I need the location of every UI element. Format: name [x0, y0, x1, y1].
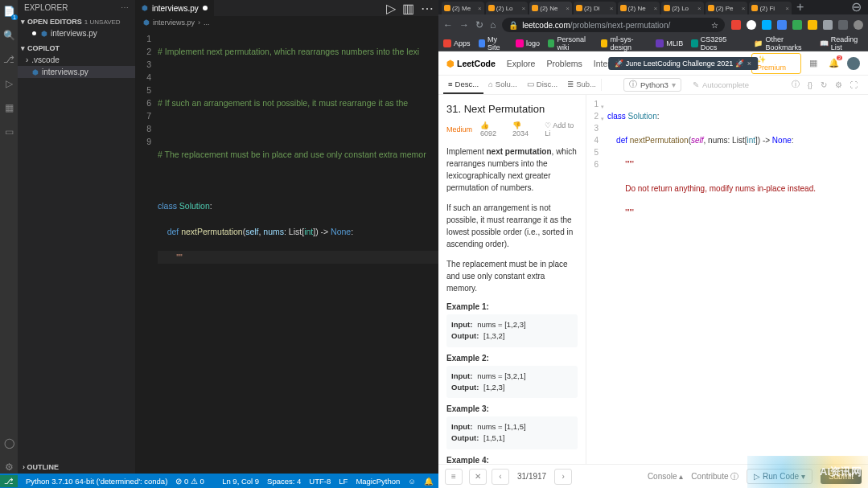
open-editors-header[interactable]: ▾OPEN EDITORS 1 UNSAVED	[18, 16, 135, 27]
next-problem-button[interactable]: ›	[554, 469, 572, 485]
split-icon[interactable]: ▥	[402, 1, 414, 16]
bookmark-item[interactable]: My Site	[479, 35, 508, 51]
language-select[interactable]: ⓘPython3▾	[623, 78, 681, 92]
breadcrumb[interactable]: ⬢interviews.py › ...	[135, 16, 438, 29]
address-bar[interactable]: 🔒 leetcode.com/problems/next-permutation…	[502, 18, 725, 32]
close-icon[interactable]: ×	[478, 5, 482, 12]
folder-item[interactable]: ›.vscode	[18, 54, 135, 66]
leetcode-code-editor[interactable]: 1▾2▾3456 class Solution: def nextPermuta…	[586, 95, 868, 464]
python-interpreter[interactable]: Python 3.7.10 64-bit ('determined': cond…	[26, 477, 167, 486]
browser-tab[interactable]: (2) Me×	[442, 2, 484, 14]
debug-icon[interactable]: ▷	[2, 77, 15, 90]
submit-button[interactable]: Submit	[821, 469, 862, 484]
bookmark-item[interactable]: Apps	[443, 39, 471, 47]
extensions-icon[interactable]: ▦	[2, 101, 15, 114]
favorite-button[interactable]: ♡ Add to Li	[545, 121, 578, 137]
back-button[interactable]: ←	[443, 19, 453, 31]
close-icon[interactable]: ×	[747, 59, 751, 68]
browser-tab[interactable]: (2) Pe×	[706, 2, 748, 14]
open-editor-item[interactable]: ⬢interviews.py	[18, 27, 135, 39]
bookmark-item[interactable]: logo	[516, 39, 540, 47]
tab-description[interactable]: ≡Desc...	[443, 76, 483, 94]
console-toggle[interactable]: Console ▴	[648, 472, 683, 481]
code-editor[interactable]: 123456789 # Implement next permutation, …	[135, 29, 438, 474]
lc-code-content[interactable]: class Solution: def nextPermutation(self…	[603, 95, 868, 464]
browser-tab[interactable]: (2) Ne×	[618, 2, 660, 14]
cursor-position[interactable]: Ln 9, Col 9	[222, 477, 259, 486]
tab-submissions[interactable]: ≣Sub...	[562, 76, 601, 94]
more-icon[interactable]: ⋯	[421, 1, 434, 16]
browser-tab[interactable]: (2) Lo×	[486, 2, 529, 14]
like-button[interactable]: 👍 6092	[480, 121, 504, 137]
remote-icon[interactable]: ▭	[2, 125, 15, 138]
prev-problem-button[interactable]: ‹	[492, 469, 509, 485]
bookmark-item[interactable]: 📁Other Bookmarks	[754, 35, 811, 51]
contribute-link[interactable]: Contribute ⓘ	[691, 471, 738, 482]
playground-icon[interactable]: ▦	[809, 58, 821, 69]
run-code-button[interactable]: ▷ Run Code ▾	[747, 469, 812, 484]
extension-icon[interactable]	[747, 20, 756, 30]
challenge-banner[interactable]: 🚀 June LeetCoding Challenge 2021 🚀×	[608, 57, 758, 70]
extensions-menu-icon[interactable]	[838, 20, 848, 30]
indent-status[interactable]: Spaces: 4	[267, 477, 301, 486]
avatar[interactable]	[847, 57, 860, 70]
eol-status[interactable]: LF	[339, 477, 348, 486]
encoding-status[interactable]: UTF-8	[309, 477, 331, 486]
settings-icon[interactable]: ⚙	[2, 461, 15, 474]
tab-solution[interactable]: ⌂Solu...	[483, 76, 522, 94]
outline-header[interactable]: › OUTLINE	[18, 461, 135, 474]
browser-tab[interactable]: (2) Di×	[574, 2, 616, 14]
extension-icon[interactable]	[808, 20, 817, 30]
workspace-header[interactable]: ▾COPILOT	[18, 43, 135, 54]
nav-problems[interactable]: Problems	[546, 59, 582, 68]
tab-discuss[interactable]: ▭Disc...	[522, 76, 562, 94]
notifications-icon[interactable]: 🔔2	[829, 58, 840, 69]
premium-button[interactable]: ✨ Premium	[751, 53, 801, 74]
bookmark-item[interactable]: MLIB	[656, 39, 683, 47]
extension-icon[interactable]	[777, 20, 787, 30]
account-icon[interactable]: ◯	[2, 437, 15, 449]
search-icon[interactable]: 🔍	[2, 29, 15, 42]
leetcode-logo[interactable]: ⬢LeetCode	[446, 59, 496, 68]
extension-icon[interactable]	[731, 20, 741, 30]
notifications-icon[interactable]: 🔔	[424, 477, 434, 486]
reload-button[interactable]: ↻	[475, 19, 483, 31]
problems-list-button[interactable]: ≡	[445, 469, 463, 485]
file-item[interactable]: ⬢interviews.py	[18, 66, 135, 78]
nav-explore[interactable]: Explore	[507, 59, 536, 68]
source-control-icon[interactable]: ⎇	[2, 53, 15, 66]
extension-icon[interactable]	[823, 20, 833, 30]
browser-tab[interactable]: (2) Ne×	[529, 2, 572, 14]
autocomplete-toggle[interactable]: ✎Autocomplete	[688, 78, 754, 92]
new-tab-button[interactable]: +	[793, 0, 807, 14]
profile-icon[interactable]	[854, 20, 863, 30]
dislike-button[interactable]: 👎 2034	[512, 121, 537, 137]
browser-tab[interactable]: (2) Fi×	[749, 2, 792, 14]
home-button[interactable]: ⌂	[490, 19, 496, 31]
notes-icon[interactable]: ⓘ	[792, 80, 800, 90]
bookmark-item[interactable]: CS3295 Docs	[691, 35, 738, 51]
bookmark-item[interactable]: ml-sys-design	[601, 35, 648, 51]
fullscreen-icon[interactable]: ⛶	[850, 80, 858, 89]
extension-icon[interactable]	[762, 20, 771, 30]
minimize-button[interactable]: ⊖	[848, 0, 865, 14]
bookmark-item[interactable]: Personal wiki	[548, 35, 593, 51]
bookmark-item[interactable]: 📖Reading List	[820, 35, 863, 51]
more-icon[interactable]: ⋯	[121, 3, 129, 12]
feedback-icon[interactable]: ☺	[408, 477, 416, 486]
settings-icon[interactable]: ⚙	[835, 80, 842, 89]
reset-icon[interactable]: ↻	[821, 80, 827, 89]
language-mode[interactable]: MagicPython	[356, 477, 400, 486]
shuffle-button[interactable]: ✕	[469, 469, 487, 485]
code-style-icon[interactable]: {}	[808, 80, 812, 89]
browser-tab[interactable]: (2) Lo×	[661, 2, 704, 14]
star-icon[interactable]: ☆	[711, 21, 718, 30]
forward-button[interactable]: →	[459, 19, 469, 31]
code-content[interactable]: # Implement next permutation, which rear…	[158, 29, 438, 474]
extension-icon[interactable]	[792, 20, 802, 30]
editor-tab[interactable]: ⬢interviews.py	[135, 0, 215, 16]
remote-button[interactable]: ⎇	[0, 475, 18, 487]
explorer-icon[interactable]: 📄1	[2, 5, 15, 18]
problems-status[interactable]: ⊘ 0 ⚠ 0	[175, 477, 204, 486]
run-icon[interactable]: ▷	[386, 1, 396, 16]
